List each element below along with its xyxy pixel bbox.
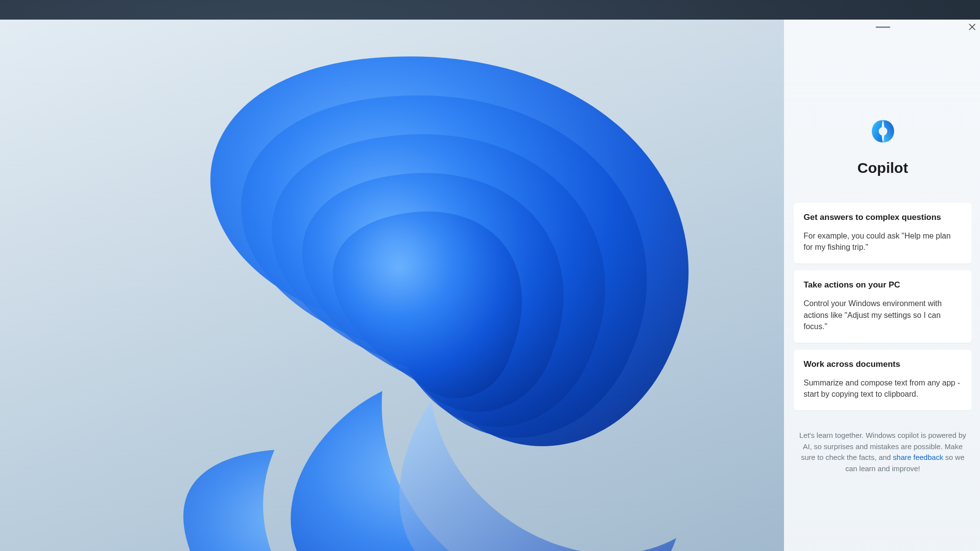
copilot-logo-icon bbox=[869, 118, 897, 145]
card-title: Get answers to complex questions bbox=[804, 213, 962, 222]
card-title: Work across documents bbox=[804, 359, 962, 369]
card-title: Take actions on your PC bbox=[804, 280, 962, 290]
suggestion-card[interactable]: Work across documents Summarize and comp… bbox=[794, 350, 972, 410]
copilot-hero: Copilot bbox=[784, 118, 980, 176]
copilot-titlebar bbox=[784, 20, 980, 34]
drag-handle-icon[interactable] bbox=[876, 26, 890, 28]
card-body: For example, you could ask "Help me plan… bbox=[804, 230, 962, 253]
close-button[interactable] bbox=[968, 23, 977, 31]
desktop-wallpaper[interactable] bbox=[0, 20, 784, 551]
copilot-panel: Copilot Get answers to complex questions… bbox=[784, 20, 980, 551]
copilot-title: Copilot bbox=[858, 160, 908, 176]
windows-desktop-frame: Copilot Get answers to complex questions… bbox=[0, 20, 980, 551]
close-icon bbox=[968, 23, 977, 31]
copilot-disclaimer: Let's learn together. Windows copilot is… bbox=[796, 430, 970, 474]
card-body: Summarize and compose text from any app … bbox=[804, 377, 962, 400]
card-body: Control your Windows environment with ac… bbox=[804, 298, 962, 332]
suggestion-card[interactable]: Get answers to complex questions For exa… bbox=[794, 203, 972, 264]
share-feedback-link[interactable]: share feedback bbox=[893, 453, 943, 461]
svg-point-0 bbox=[879, 127, 887, 136]
copilot-suggestion-cards: Get answers to complex questions For exa… bbox=[794, 203, 972, 410]
suggestion-card[interactable]: Take actions on your PC Control your Win… bbox=[794, 270, 972, 343]
